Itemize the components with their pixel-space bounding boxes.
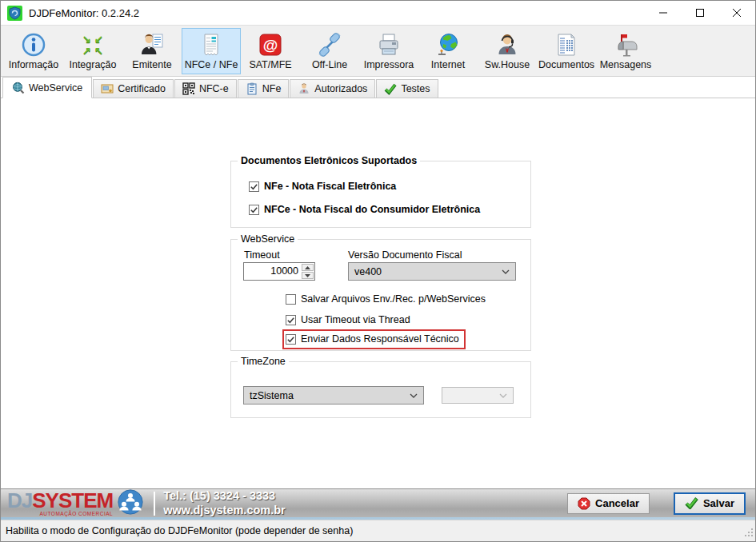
salvar-arquivos-checkbox[interactable] <box>286 294 296 305</box>
mailbox-icon <box>613 32 638 58</box>
resize-grip-icon[interactable] <box>743 527 754 540</box>
timezone-combobox[interactable]: tzSistema <box>243 386 424 405</box>
toolbar-item-label: Mensagens <box>600 59 652 70</box>
versao-combobox[interactable]: ve400 <box>348 262 516 281</box>
tab-strip: WebService Certificado NFC- <box>1 77 755 98</box>
red-highlight-box: Enviar Dados Responsável Técnico <box>282 329 466 349</box>
status-text: Habilita o modo de Configuração do DJDFe… <box>6 525 353 536</box>
tab-autorizados[interactable]: Autorizados <box>290 79 375 98</box>
document-icon <box>554 32 579 58</box>
toolbar-item-impressora[interactable]: Impressora <box>359 28 418 74</box>
integration-arrows-icon: ↘↙↗↖ <box>80 32 106 58</box>
businessman-document-icon <box>139 32 165 58</box>
checkbox-row-nfce: NFCe - Nota Fiscal do Consumidor Eletrôn… <box>249 204 480 215</box>
checkbox-label: NFCe - Nota Fiscal do Consumidor Eletrôn… <box>264 204 480 215</box>
main-toolbar: Informação ↘↙↗↖ Integração Emitente <box>1 26 755 77</box>
close-button[interactable] <box>718 1 755 25</box>
spinner-buttons <box>301 263 314 280</box>
tab-webservice[interactable]: WebService <box>2 77 92 98</box>
contact-info: Tel.: (15) 3324 - 3333 www.djsystem.com.… <box>163 489 286 516</box>
checkbox-label: NFe - Nota Fiscal Eletrônica <box>264 181 396 192</box>
toolbar-item-sw-house[interactable]: Sw.House <box>478 28 537 74</box>
usar-timeout-checkbox[interactable] <box>286 315 296 325</box>
footer-actions: Cancelar Salvar <box>567 492 746 515</box>
group-title: WebService <box>238 233 298 245</box>
toolbar-item-sat-mfe[interactable]: @ SAT/MFE <box>241 28 300 74</box>
info-icon <box>21 32 46 58</box>
svg-text:@: @ <box>263 36 278 53</box>
nfe-checkbox[interactable] <box>249 181 259 192</box>
toolbar-item-informacao[interactable]: Informação <box>4 28 63 74</box>
versao-value: ve400 <box>354 266 502 277</box>
app-window: DJDFeMonitor: 0.2.24.2 Informação <box>0 0 756 542</box>
tab-nfe[interactable]: NFe <box>238 79 290 98</box>
checkmark-icon <box>250 182 258 191</box>
at-sign-icon: @ <box>258 32 283 58</box>
checkbox-row-nfe: NFe - Nota Fiscal Eletrônica <box>249 181 396 192</box>
toolbar-item-integracao[interactable]: ↘↙↗↖ Integração <box>63 28 122 74</box>
tab-certificado[interactable]: Certificado <box>93 79 174 98</box>
spin-up-button[interactable] <box>302 264 314 271</box>
toolbar-item-mensagens[interactable]: Mensagens <box>596 28 655 74</box>
djsystem-logo: DJSYSTEM AUTOMAÇÃO COMERCIAL <box>7 488 146 519</box>
save-button[interactable]: Salvar <box>674 492 746 515</box>
checkbox-label: Salvar Arquivos Env./Rec. p/WebServices <box>301 293 486 305</box>
timeout-label: Timeout <box>244 249 280 261</box>
tab-nfc-e[interactable]: NFC-e <box>174 79 237 98</box>
chevron-down-icon <box>502 269 510 274</box>
group-documentos: Documentos Eletrônicos Suportados NFe - … <box>230 161 531 228</box>
checkbox-row-enviar-dados: Enviar Dados Responsável Técnico <box>286 333 459 345</box>
enviar-dados-checkbox[interactable] <box>286 334 296 345</box>
toolbar-item-nfce-nfe[interactable]: NFCe / NFe <box>182 28 241 74</box>
group-webservice: WebService Timeout 10000 Versão Document… <box>230 239 531 351</box>
checkmark-icon <box>250 205 258 214</box>
tab-testes[interactable]: Testes <box>376 79 438 98</box>
checkbox-label: Usar Timeout via Thread <box>301 314 410 325</box>
toolbar-item-label: Integração <box>69 59 116 70</box>
cancel-button[interactable]: Cancelar <box>567 493 650 514</box>
nfce-checkbox[interactable] <box>249 205 259 215</box>
toolbar-item-label: Internet <box>431 59 465 70</box>
minimize-button[interactable] <box>645 1 682 25</box>
green-check-icon <box>384 82 397 95</box>
toolbar-item-label: Documentos <box>538 59 594 70</box>
phone-number: Tel.: (15) 3324 - 3333 <box>163 489 286 503</box>
group-title: Documentos Eletrônicos Suportados <box>238 155 420 166</box>
plug-connector-icon <box>317 32 342 58</box>
clipboard-icon <box>246 82 258 95</box>
minimize-icon <box>658 8 668 18</box>
chevron-down-icon <box>410 393 418 398</box>
website-link[interactable]: www.djsystem.com.br <box>163 504 286 517</box>
maximize-button[interactable] <box>682 1 718 25</box>
tab-label: Autorizados <box>314 83 367 94</box>
checkbox-row-usar-timeout: Usar Timeout via Thread <box>286 314 410 325</box>
timeout-spinner[interactable]: 10000 <box>243 262 315 281</box>
toolbar-item-label: Impressora <box>364 59 414 70</box>
toolbar-item-documentos[interactable]: Documentos <box>537 28 596 74</box>
webservice-page: Documentos Eletrônicos Suportados NFe - … <box>1 98 755 488</box>
globe-network-icon <box>435 32 461 58</box>
toolbar-item-emitente[interactable]: Emitente <box>122 28 182 74</box>
toolbar-item-off-line[interactable]: Off-Line <box>300 28 359 74</box>
arrow-down-icon <box>305 274 310 277</box>
timezone-offset-combobox-disabled <box>442 387 514 404</box>
toolbar-item-label: SAT/MFE <box>249 59 291 70</box>
printer-icon <box>376 32 402 58</box>
brand-name: DJSYSTEM <box>7 490 113 511</box>
app-icon <box>7 6 22 21</box>
tab-label: NFe <box>262 83 282 94</box>
timeout-value: 10000 <box>244 263 301 280</box>
toolbar-item-internet[interactable]: Internet <box>418 28 478 74</box>
brand-tagline: AUTOMAÇÃO COMERCIAL <box>7 512 113 517</box>
toolbar-item-label: Off-Line <box>312 59 347 70</box>
toolbar-item-label: Emitente <box>132 59 171 70</box>
status-bar: Habilita o modo de Configuração do DJDFe… <box>1 520 755 541</box>
checkmark-icon <box>286 316 295 325</box>
tab-label: Testes <box>401 83 430 94</box>
tab-label: Certificado <box>118 83 166 94</box>
qr-code-icon <box>182 82 195 95</box>
people-circle-icon <box>115 488 146 519</box>
spin-down-button[interactable] <box>302 272 314 279</box>
save-check-icon <box>685 497 698 509</box>
globe-search-icon <box>12 82 25 94</box>
